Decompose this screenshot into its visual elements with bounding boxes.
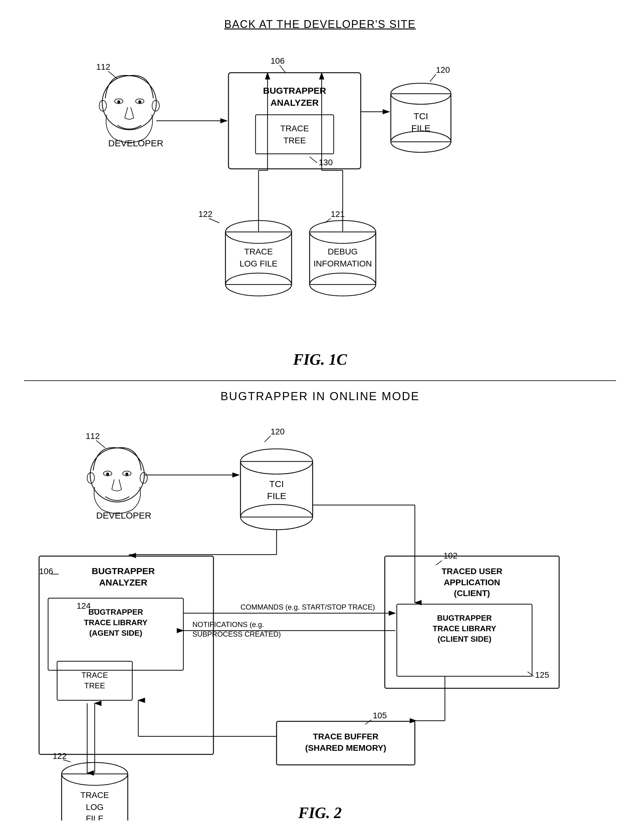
svg-text:ANALYZER: ANALYZER xyxy=(270,97,319,107)
svg-text:INFORMATION: INFORMATION xyxy=(314,259,372,268)
svg-text:122: 122 xyxy=(53,751,67,761)
svg-text:BUGTRAPPER: BUGTRAPPER xyxy=(88,607,143,616)
svg-text:TRACE: TRACE xyxy=(280,124,309,133)
svg-text:TRACE: TRACE xyxy=(245,247,273,256)
fig1c-svg: 112 xyxy=(24,43,625,373)
page-title-1: BACK AT THE DEVELOPER'S SITE xyxy=(24,18,616,30)
svg-point-2 xyxy=(102,76,156,130)
svg-point-68 xyxy=(106,473,109,476)
svg-text:105: 105 xyxy=(373,711,387,720)
svg-line-124 xyxy=(63,760,70,762)
svg-text:112: 112 xyxy=(86,431,100,441)
svg-text:120: 120 xyxy=(436,65,450,75)
svg-text:TRACE: TRACE xyxy=(80,790,109,800)
developer-icon-1c xyxy=(99,75,159,143)
svg-rect-92 xyxy=(57,661,132,700)
svg-text:(SHARED MEMORY): (SHARED MEMORY) xyxy=(305,743,386,752)
svg-text:TCI: TCI xyxy=(269,479,284,489)
svg-text:120: 120 xyxy=(270,427,285,436)
developer-icon-fig2 xyxy=(87,448,147,514)
page: BACK AT THE DEVELOPER'S SITE 112 xyxy=(0,0,640,840)
svg-text:BUGTRAPPER: BUGTRAPPER xyxy=(263,86,326,96)
fig2-svg: 112 DEVELOPER 120 xyxy=(24,415,625,821)
svg-text:APPLICATION: APPLICATION xyxy=(444,578,500,587)
svg-text:106: 106 xyxy=(39,567,53,576)
fig2-caption: FIG. 2 xyxy=(298,804,341,821)
svg-text:ANALYZER: ANALYZER xyxy=(99,577,147,587)
svg-rect-74 xyxy=(240,462,313,517)
svg-text:BUGTRAPPER: BUGTRAPPER xyxy=(92,566,155,576)
svg-line-21 xyxy=(430,74,436,82)
svg-text:122: 122 xyxy=(198,209,213,219)
svg-point-69 xyxy=(125,473,128,476)
svg-text:FILE: FILE xyxy=(86,814,103,821)
svg-text:106: 106 xyxy=(270,56,285,65)
svg-text:COMMANDS (e.g. START/STOP TRAC: COMMANDS (e.g. START/STOP TRACE) xyxy=(240,603,375,611)
svg-text:LOG FILE: LOG FILE xyxy=(240,259,277,268)
svg-text:TREE: TREE xyxy=(84,681,105,690)
svg-text:130: 130 xyxy=(318,158,333,167)
svg-line-11 xyxy=(280,65,286,73)
page-title-2: BUGTRAPPER IN ONLINE MODE xyxy=(24,390,616,403)
svg-text:DEVELOPER: DEVELOPER xyxy=(96,510,151,521)
svg-line-106 xyxy=(528,672,534,676)
svg-point-7 xyxy=(117,101,120,103)
trace-log-cylinder-1c xyxy=(226,220,291,296)
tci-file-cylinder-fig2 xyxy=(240,449,313,530)
svg-text:BUGTRAPPER: BUGTRAPPER xyxy=(437,613,492,623)
svg-point-8 xyxy=(138,101,141,103)
svg-text:DEBUG: DEBUG xyxy=(328,247,358,256)
svg-text:TREE: TREE xyxy=(283,136,306,145)
svg-point-63 xyxy=(90,448,144,502)
fig1c-caption: FIG. 1C xyxy=(293,351,347,368)
svg-line-31 xyxy=(209,219,219,223)
fig1c-diagram: 112 xyxy=(24,43,616,368)
svg-text:(AGENT SIDE): (AGENT SIDE) xyxy=(89,629,142,637)
svg-text:125: 125 xyxy=(535,670,549,680)
svg-text:(CLIENT): (CLIENT) xyxy=(454,589,490,598)
svg-line-72 xyxy=(264,436,270,442)
svg-text:TCI: TCI xyxy=(414,111,428,121)
svg-line-96 xyxy=(436,561,442,565)
svg-text:(CLIENT SIDE): (CLIENT SIDE) xyxy=(437,634,491,644)
svg-line-19 xyxy=(310,157,317,163)
svg-text:TRACE: TRACE xyxy=(82,671,108,680)
svg-text:FILE: FILE xyxy=(267,491,286,501)
svg-text:112: 112 xyxy=(96,62,110,72)
svg-text:TRACE LIBRARY: TRACE LIBRARY xyxy=(433,624,496,633)
svg-line-62 xyxy=(96,441,105,448)
svg-text:TRACE LIBRARY: TRACE LIBRARY xyxy=(84,618,147,627)
svg-line-113 xyxy=(365,720,371,724)
svg-text:LOG: LOG xyxy=(86,802,103,812)
fig2-diagram: 112 DEVELOPER 120 xyxy=(24,415,616,822)
svg-text:SUBPROCESS CREATED): SUBPROCESS CREATED) xyxy=(192,630,281,638)
svg-text:DEVELOPER: DEVELOPER xyxy=(108,138,163,148)
svg-text:FILE: FILE xyxy=(411,123,430,133)
svg-text:TRACED USER: TRACED USER xyxy=(442,567,502,576)
debug-info-cylinder-1c xyxy=(310,220,376,296)
section-divider xyxy=(24,380,616,381)
svg-text:NOTIFICATIONS (e.g.: NOTIFICATIONS (e.g. xyxy=(192,620,264,629)
svg-text:TRACE BUFFER: TRACE BUFFER xyxy=(313,732,378,741)
